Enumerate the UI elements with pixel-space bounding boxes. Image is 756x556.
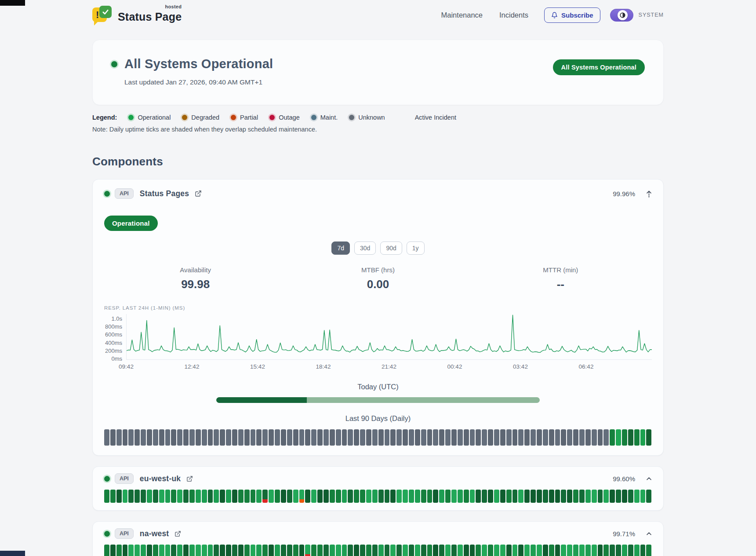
external-link-icon[interactable] [186,476,193,482]
uptime-tick-unknown[interactable] [110,429,116,446]
uptime-tick-unknown[interactable] [293,429,298,446]
uptime-tick-operational[interactable] [537,490,542,503]
component-header-row[interactable]: API na-west 99.71% [104,528,652,539]
uptime-tick-operational[interactable] [603,490,609,503]
uptime-tick-operational[interactable] [409,545,414,556]
uptime-tick-unknown[interactable] [488,429,493,446]
uptime-tick-operational[interactable] [196,490,201,503]
uptime-tick-unknown[interactable] [603,429,609,446]
uptime-tick-unknown[interactable] [579,429,585,446]
uptime-tick-operational[interactable] [646,429,651,446]
uptime-tick-operational[interactable] [396,490,402,503]
uptime-tick-unknown[interactable] [458,429,463,446]
uptime-tick-operational[interactable] [396,545,402,556]
uptime-tick-operational[interactable] [360,490,365,503]
uptime-tick-operational[interactable] [238,490,244,503]
uptime-tick-unknown[interactable] [506,429,512,446]
uptime-tick-operational[interactable] [628,545,633,556]
uptime-tick-operational[interactable] [287,490,292,503]
uptime-tick-operational[interactable] [439,490,444,503]
uptime-tick-unknown[interactable] [561,429,566,446]
uptime-tick-operational[interactable] [634,429,640,446]
uptime-tick-operational[interactable] [354,545,359,556]
uptime-tick-operational[interactable] [646,490,651,503]
uptime-tick-unknown[interactable] [421,429,426,446]
uptime-tick-operational[interactable] [110,545,116,556]
uptime-tick-operational[interactable] [281,545,286,556]
uptime-tick-operational[interactable] [561,545,566,556]
uptime-tick-operational[interactable] [275,545,280,556]
uptime-tick-unknown[interactable] [378,429,384,446]
uptime-tick-operational[interactable] [451,545,457,556]
uptime-tick-unknown[interactable] [415,429,420,446]
uptime-tick-flagged[interactable] [299,490,305,503]
uptime-tick-operational[interactable] [116,545,122,556]
uptime-tick-operational[interactable] [640,429,646,446]
uptime-tick-unknown[interactable] [549,429,554,446]
uptime-tick-operational[interactable] [269,490,274,503]
uptime-tick-operational[interactable] [500,545,505,556]
uptime-tick-operational[interactable] [573,545,578,556]
uptime-tick-unknown[interactable] [451,429,457,446]
uptime-tick-operational[interactable] [603,545,609,556]
collapse-icon[interactable] [646,190,652,198]
uptime-tick-operational[interactable] [232,490,237,503]
uptime-tick-operational[interactable] [202,545,207,556]
brand-logo[interactable]: ! Status Page hosted [92,6,182,24]
uptime-tick-unknown[interactable] [305,429,310,446]
uptime-tick-operational[interactable] [494,490,499,503]
uptime-tick-operational[interactable] [482,545,487,556]
uptime-tick-unknown[interactable] [360,429,365,446]
uptime-tick-operational[interactable] [555,490,560,503]
uptime-tick-operational[interactable] [433,545,438,556]
uptime-tick-operational[interactable] [470,490,475,503]
uptime-tick-operational[interactable] [256,545,262,556]
uptime-tick-operational[interactable] [323,490,329,503]
uptime-tick-unknown[interactable] [214,429,219,446]
uptime-tick-operational[interactable] [141,490,146,503]
uptime-tick-unknown[interactable] [104,429,109,446]
uptime-tick-operational[interactable] [403,490,408,503]
uptime-tick-operational[interactable] [372,545,378,556]
uptime-tick-operational[interactable] [153,545,158,556]
uptime-tick-operational[interactable] [153,490,158,503]
uptime-tick-operational[interactable] [134,490,140,503]
uptime-tick-operational[interactable] [634,545,640,556]
uptime-tick-operational[interactable] [317,490,323,503]
uptime-tick-unknown[interactable] [585,429,591,446]
uptime-tick-operational[interactable] [123,490,128,503]
uptime-tick-unknown[interactable] [232,429,237,446]
uptime-tick-unknown[interactable] [123,429,128,446]
uptime-tick-operational[interactable] [385,490,390,503]
uptime-tick-unknown[interactable] [592,429,597,446]
uptime-tick-unknown[interactable] [330,429,335,446]
uptime-tick-operational[interactable] [183,490,189,503]
uptime-tick-operational[interactable] [646,545,651,556]
uptime-tick-unknown[interactable] [531,429,536,446]
uptime-tick-operational[interactable] [360,545,365,556]
uptime-tick-operational[interactable] [524,490,530,503]
range-button-7d[interactable]: 7d [331,241,350,255]
uptime-tick-operational[interactable] [464,490,469,503]
uptime-tick-operational[interactable] [451,490,457,503]
uptime-tick-unknown[interactable] [311,429,316,446]
uptime-tick-unknown[interactable] [171,429,176,446]
uptime-tick-operational[interactable] [592,545,597,556]
uptime-tick-operational[interactable] [628,490,633,503]
uptime-tick-operational[interactable] [598,545,603,556]
uptime-tick-operational[interactable] [640,490,646,503]
uptime-tick-unknown[interactable] [165,429,171,446]
uptime-tick-unknown[interactable] [287,429,292,446]
uptime-tick-operational[interactable] [366,545,371,556]
uptime-tick-operational[interactable] [171,545,176,556]
uptime-tick-unknown[interactable] [275,429,280,446]
uptime-tick-operational[interactable] [470,545,475,556]
uptime-tick-unknown[interactable] [427,429,433,446]
uptime-tick-operational[interactable] [251,490,256,503]
subscribe-button[interactable]: Subscribe [544,7,600,23]
uptime-tick-operational[interactable] [415,545,420,556]
uptime-tick-operational[interactable] [134,545,140,556]
uptime-tick-operational[interactable] [616,429,621,446]
uptime-tick-operational[interactable] [196,545,201,556]
uptime-tick-operational[interactable] [524,545,530,556]
